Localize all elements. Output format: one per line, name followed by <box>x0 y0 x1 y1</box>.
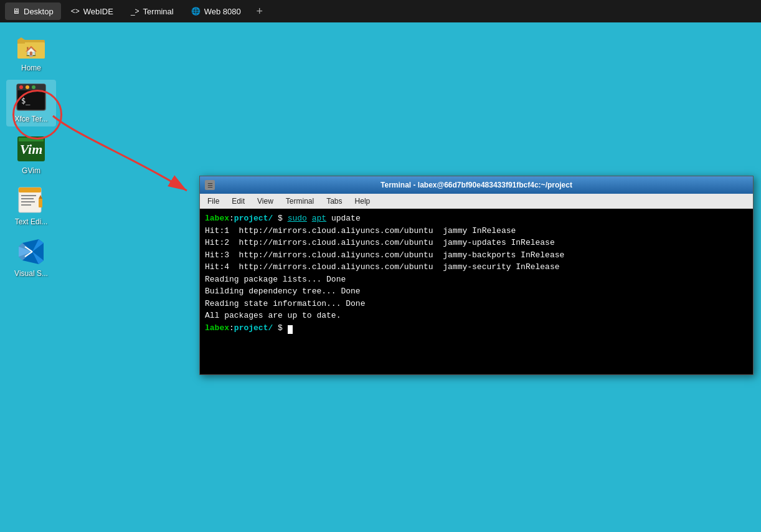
terminal-line-4: Hit:3 http://mirrors.cloud.aliyuncs.com/… <box>205 249 748 262</box>
menu-view[interactable]: View <box>252 196 278 207</box>
gvim-icon-label: GVim <box>22 166 40 175</box>
desktop-icon-home[interactable]: 🏠 Home <box>6 29 56 75</box>
home-folder-icon: 🏠 <box>16 31 46 61</box>
tab-desktop[interactable]: 🖥 Desktop <box>5 2 61 20</box>
terminal-window-title: Terminal - labex@66d7bf90e483433f91fbcf4… <box>215 181 738 189</box>
terminal-prompt-line: labex:project/ $ <box>205 322 748 335</box>
desktop: 🏠 Home $_ Xfce Ter... <box>0 22 761 532</box>
text-editor-icon-label: Text Edi... <box>15 217 48 226</box>
svg-marker-2 <box>17 37 25 44</box>
vscode-icon <box>16 237 46 267</box>
svg-rect-17 <box>21 198 34 199</box>
desktop-icon-gvim[interactable]: Vim GVim <box>6 131 56 178</box>
desktop-icon-tab: 🖥 <box>12 7 20 16</box>
svg-point-9 <box>32 85 35 89</box>
desktop-icon-text-editor[interactable]: Text Edi... <box>6 183 56 229</box>
taskbar: 🖥 Desktop <> WebIDE _> Terminal 🌐 Web 80… <box>0 0 761 22</box>
terminal-line-7: Building dependency tree... Done <box>205 285 748 298</box>
svg-rect-20 <box>39 199 42 207</box>
tab-web8080[interactable]: 🌐 Web 8080 <box>184 2 248 20</box>
svg-rect-19 <box>21 204 31 206</box>
svg-rect-16 <box>21 195 36 196</box>
menu-file[interactable]: File <box>202 196 224 207</box>
svg-rect-18 <box>21 201 35 202</box>
svg-text:Vim: Vim <box>20 141 43 157</box>
terminal-line-3: Hit:2 http://mirrors.cloud.aliyuncs.com/… <box>205 237 748 249</box>
tab-webide[interactable]: <> WebIDE <box>64 2 121 20</box>
text-editor-icon <box>16 185 46 215</box>
svg-point-8 <box>26 85 29 89</box>
desktop-icon-vscode[interactable]: Visual S... <box>6 234 56 280</box>
xfce-terminal-icon: $_ <box>16 82 46 112</box>
terminal-menubar: File Edit View Terminal Tabs Help <box>200 194 753 209</box>
terminal-titlebar: ☰ Terminal - labex@66d7bf90e483433f91fbc… <box>200 176 753 194</box>
desktop-icon-xfce-terminal[interactable]: $_ Xfce Ter... <box>6 80 56 126</box>
terminal-line-6: Reading package lists... Done <box>205 273 748 286</box>
terminal-line-2: Hit:1 http://mirrors.cloud.aliyuncs.com/… <box>205 225 748 237</box>
code-icon-tab: <> <box>71 7 80 16</box>
xfce-terminal-icon-label: Xfce Ter... <box>14 115 47 123</box>
svg-rect-15 <box>19 188 41 192</box>
desktop-icons-container: 🏠 Home $_ Xfce Ter... <box>6 29 56 280</box>
add-tab-button[interactable]: + <box>251 2 268 20</box>
titlebar-buttons: ☰ <box>205 180 215 190</box>
terminal-cursor <box>288 325 293 334</box>
titlebar-menu-btn[interactable]: ☰ <box>205 180 215 190</box>
terminal-line-8: Reading state information... Done <box>205 298 748 310</box>
svg-rect-13 <box>19 138 44 141</box>
terminal-line-5: Hit:4 http://mirrors.cloud.aliyuncs.com/… <box>205 261 748 273</box>
menu-tabs[interactable]: Tabs <box>321 196 347 207</box>
menu-edit[interactable]: Edit <box>227 196 250 207</box>
gvim-icon: Vim <box>16 134 46 164</box>
terminal-icon-tab: _> <box>131 7 139 16</box>
menu-help[interactable]: Help <box>350 196 376 207</box>
svg-text:🏠: 🏠 <box>25 45 37 57</box>
terminal-line-9: All packages are up to date. <box>205 310 748 322</box>
svg-point-7 <box>19 85 23 89</box>
menu-terminal[interactable]: Terminal <box>281 196 319 207</box>
tab-terminal[interactable]: _> Terminal <box>123 2 181 20</box>
terminal-window: ☰ Terminal - labex@66d7bf90e483433f91fbc… <box>199 176 754 375</box>
svg-text:$_: $_ <box>21 97 31 105</box>
vscode-icon-label: Visual S... <box>14 269 48 278</box>
terminal-line-1: labex:project/ $ sudo apt update <box>205 212 748 225</box>
home-icon-label: Home <box>21 64 41 72</box>
globe-icon-tab: 🌐 <box>191 7 201 16</box>
terminal-body[interactable]: labex:project/ $ sudo apt update Hit:1 h… <box>200 209 753 374</box>
